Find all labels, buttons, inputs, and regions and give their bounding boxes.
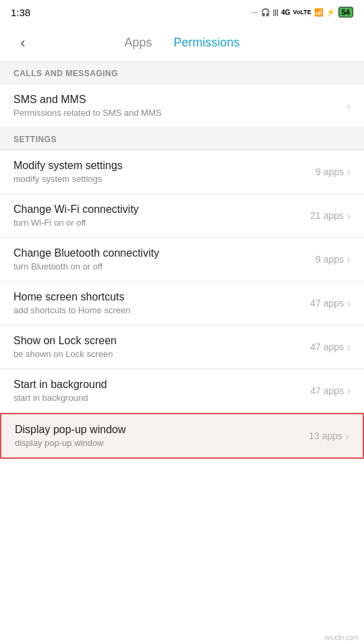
show-lock-subtitle: be shown on Lock screen xyxy=(13,349,310,359)
list-item-modify-system[interactable]: Modify system settings modify system set… xyxy=(0,150,364,194)
change-bluetooth-title: Change Bluetooth connectivity xyxy=(13,247,315,259)
toolbar-permissions-label[interactable]: Permissions xyxy=(174,36,240,50)
chevron-right-icon: › xyxy=(345,429,349,443)
change-bluetooth-count: 9 apps xyxy=(315,254,344,265)
sms-mms-subtitle: Permissions related to SMS and MMS xyxy=(13,108,346,118)
toolbar: ‹ Apps Permissions xyxy=(0,24,364,62)
back-button[interactable]: ‹ xyxy=(11,31,35,55)
list-item-change-wifi[interactable]: Change Wi-Fi connectivity turn Wi-Fi on … xyxy=(0,194,364,238)
status-bar: 1:38 ··· 🎧 ||| 4G VoLTE 📶 ⚡ 54 xyxy=(0,0,364,24)
watermark: wsxdn.com xyxy=(325,634,359,641)
chevron-right-icon: › xyxy=(346,99,351,113)
change-wifi-title: Change Wi-Fi connectivity xyxy=(13,203,310,216)
chevron-right-icon: › xyxy=(346,165,351,179)
list-item-display-popup[interactable]: Display pop-up window display pop-up win… xyxy=(0,413,364,459)
home-screen-count: 47 apps xyxy=(310,298,344,309)
start-background-count: 47 apps xyxy=(310,385,344,396)
change-wifi-count: 21 apps xyxy=(310,210,344,221)
list-item-change-bluetooth[interactable]: Change Bluetooth connectivity turn Bluet… xyxy=(0,238,364,282)
modify-system-title: Modify system settings xyxy=(13,160,315,172)
toolbar-apps-label[interactable]: Apps xyxy=(124,36,152,50)
4g-icon: 4G xyxy=(281,9,290,16)
back-icon: ‹ xyxy=(20,34,25,52)
change-bluetooth-subtitle: turn Bluetooth on or off xyxy=(13,261,315,271)
headphone-icon: 🎧 xyxy=(261,8,270,17)
sms-mms-content: SMS and MMS Permissions related to SMS a… xyxy=(13,94,346,118)
status-icons: ··· 🎧 ||| 4G VoLTE 📶 ⚡ 54 xyxy=(251,7,353,18)
display-popup-count: 13 apps xyxy=(309,430,342,441)
display-popup-title: Display pop-up window xyxy=(15,424,309,436)
battery-indicator: 54 xyxy=(338,7,353,18)
status-time: 1:38 xyxy=(11,7,30,18)
list-item-sms-mms[interactable]: SMS and MMS Permissions related to SMS a… xyxy=(0,84,364,128)
home-screen-subtitle: add shortcuts to Home screen xyxy=(13,305,310,315)
list-item-start-background[interactable]: Start in background start in background … xyxy=(0,369,364,413)
signal-dots-icon: ··· xyxy=(251,8,257,16)
section-settings: SETTINGS xyxy=(0,128,364,150)
show-lock-title: Show on Lock screen xyxy=(13,335,310,347)
chevron-right-icon: › xyxy=(346,296,351,311)
chevron-right-icon: › xyxy=(346,209,351,223)
sms-mms-title: SMS and MMS xyxy=(13,94,346,106)
list-item-show-lock[interactable]: Show on Lock screen be shown on Lock scr… xyxy=(0,325,364,369)
chevron-right-icon: › xyxy=(346,253,351,267)
section-calls-messaging: CALLS AND MESSAGING xyxy=(0,62,364,84)
display-popup-subtitle: display pop-up window xyxy=(15,438,309,448)
start-background-subtitle: start in background xyxy=(13,393,310,403)
home-screen-title: Home screen shortcuts xyxy=(13,291,310,303)
show-lock-count: 47 apps xyxy=(310,342,344,352)
sms-mms-right: › xyxy=(346,99,351,113)
charge-icon: ⚡ xyxy=(326,8,336,17)
chevron-right-icon: › xyxy=(346,384,351,398)
modify-system-count: 9 apps xyxy=(315,166,344,177)
signal-bars-icon: ||| xyxy=(273,8,279,16)
list-item-home-screen[interactable]: Home screen shortcuts add shortcuts to H… xyxy=(0,282,364,325)
wifi-icon: 📶 xyxy=(314,8,324,17)
change-wifi-subtitle: turn Wi-Fi on or off xyxy=(13,218,310,228)
chevron-right-icon: › xyxy=(346,340,351,354)
volte-icon: VoLTE xyxy=(293,9,311,15)
modify-system-subtitle: modify system settings xyxy=(13,174,315,184)
start-background-title: Start in background xyxy=(13,379,310,391)
toolbar-titles: Apps Permissions xyxy=(35,36,353,50)
